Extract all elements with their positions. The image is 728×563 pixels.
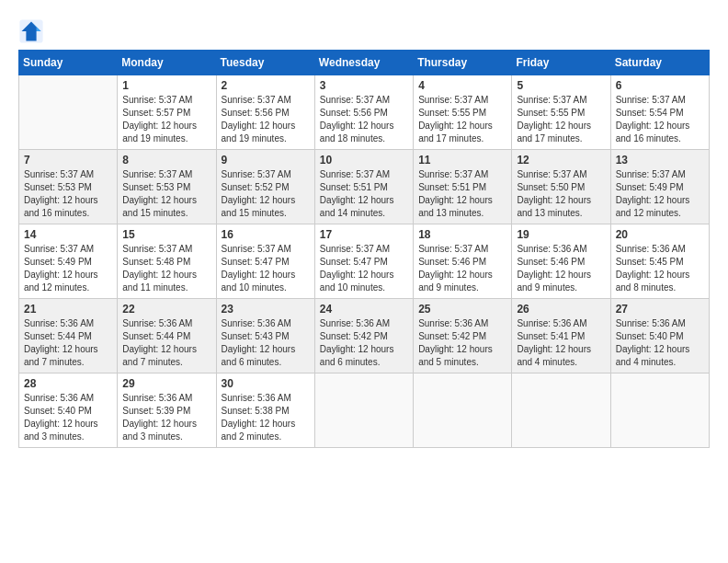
calendar-cell <box>610 373 709 448</box>
calendar-cell: 27Sunrise: 5:36 AM Sunset: 5:40 PM Dayli… <box>610 299 709 373</box>
day-info: Sunrise: 5:37 AM Sunset: 5:49 PM Dayligh… <box>24 243 112 294</box>
calendar-cell: 21Sunrise: 5:36 AM Sunset: 5:44 PM Dayli… <box>19 299 118 373</box>
calendar-cell: 22Sunrise: 5:36 AM Sunset: 5:44 PM Dayli… <box>118 299 216 373</box>
day-number: 11 <box>418 154 506 167</box>
calendar-week-row: 28Sunrise: 5:36 AM Sunset: 5:40 PM Dayli… <box>19 373 710 448</box>
day-info: Sunrise: 5:37 AM Sunset: 5:46 PM Dayligh… <box>418 243 506 294</box>
calendar-cell: 9Sunrise: 5:37 AM Sunset: 5:52 PM Daylig… <box>216 150 314 224</box>
day-info: Sunrise: 5:36 AM Sunset: 5:44 PM Dayligh… <box>24 317 112 369</box>
calendar-cell: 3Sunrise: 5:37 AM Sunset: 5:56 PM Daylig… <box>314 75 413 150</box>
calendar-cell: 11Sunrise: 5:37 AM Sunset: 5:51 PM Dayli… <box>414 150 512 224</box>
day-number: 27 <box>616 303 704 316</box>
day-info: Sunrise: 5:37 AM Sunset: 5:53 PM Dayligh… <box>122 168 210 220</box>
calendar-cell: 20Sunrise: 5:36 AM Sunset: 5:45 PM Dayli… <box>610 224 709 299</box>
day-info: Sunrise: 5:36 AM Sunset: 5:40 PM Dayligh… <box>616 317 704 369</box>
calendar-cell: 30Sunrise: 5:36 AM Sunset: 5:38 PM Dayli… <box>216 373 314 448</box>
day-info: Sunrise: 5:37 AM Sunset: 5:48 PM Dayligh… <box>122 243 210 294</box>
day-number: 21 <box>24 303 112 316</box>
day-number: 4 <box>418 79 506 92</box>
day-number: 26 <box>517 303 605 316</box>
day-number: 17 <box>320 228 408 241</box>
calendar-cell: 16Sunrise: 5:37 AM Sunset: 5:47 PM Dayli… <box>216 224 314 299</box>
day-info: Sunrise: 5:36 AM Sunset: 5:42 PM Dayligh… <box>320 317 408 369</box>
weekday-header-monday: Monday <box>118 51 216 75</box>
calendar-cell: 7Sunrise: 5:37 AM Sunset: 5:53 PM Daylig… <box>19 150 118 224</box>
calendar-cell: 17Sunrise: 5:37 AM Sunset: 5:47 PM Dayli… <box>314 224 413 299</box>
day-info: Sunrise: 5:36 AM Sunset: 5:42 PM Dayligh… <box>418 317 506 369</box>
day-info: Sunrise: 5:37 AM Sunset: 5:57 PM Dayligh… <box>122 94 210 145</box>
day-info: Sunrise: 5:37 AM Sunset: 5:51 PM Dayligh… <box>320 168 408 220</box>
calendar-table: SundayMondayTuesdayWednesdayThursdayFrid… <box>18 50 710 448</box>
calendar-week-row: 14Sunrise: 5:37 AM Sunset: 5:49 PM Dayli… <box>19 224 710 299</box>
day-info: Sunrise: 5:36 AM Sunset: 5:43 PM Dayligh… <box>222 317 310 369</box>
day-number: 1 <box>122 79 210 92</box>
calendar-cell <box>512 373 610 448</box>
calendar-cell: 25Sunrise: 5:36 AM Sunset: 5:42 PM Dayli… <box>414 299 512 373</box>
calendar-week-row: 7Sunrise: 5:37 AM Sunset: 5:53 PM Daylig… <box>19 150 710 224</box>
day-number: 12 <box>517 154 605 167</box>
day-number: 29 <box>122 377 210 390</box>
day-number: 24 <box>320 303 408 316</box>
day-number: 16 <box>222 228 310 241</box>
day-info: Sunrise: 5:37 AM Sunset: 5:56 PM Dayligh… <box>320 94 408 145</box>
calendar-cell: 18Sunrise: 5:37 AM Sunset: 5:46 PM Dayli… <box>414 224 512 299</box>
day-number: 25 <box>418 303 506 316</box>
calendar-cell: 24Sunrise: 5:36 AM Sunset: 5:42 PM Dayli… <box>314 299 413 373</box>
day-number: 18 <box>418 228 506 241</box>
day-number: 22 <box>122 303 210 316</box>
day-info: Sunrise: 5:36 AM Sunset: 5:39 PM Dayligh… <box>122 392 210 443</box>
day-number: 30 <box>222 377 310 390</box>
day-info: Sunrise: 5:36 AM Sunset: 5:38 PM Dayligh… <box>222 392 310 443</box>
calendar-week-row: 21Sunrise: 5:36 AM Sunset: 5:44 PM Dayli… <box>19 299 710 373</box>
day-number: 19 <box>517 228 605 241</box>
weekday-header-sunday: Sunday <box>19 51 118 75</box>
weekday-header-friday: Friday <box>512 51 610 75</box>
calendar-cell <box>19 75 118 150</box>
day-info: Sunrise: 5:36 AM Sunset: 5:46 PM Dayligh… <box>517 243 605 294</box>
calendar-cell: 29Sunrise: 5:36 AM Sunset: 5:39 PM Dayli… <box>118 373 216 448</box>
calendar-cell: 28Sunrise: 5:36 AM Sunset: 5:40 PM Dayli… <box>19 373 118 448</box>
calendar-cell: 14Sunrise: 5:37 AM Sunset: 5:49 PM Dayli… <box>19 224 118 299</box>
day-number: 10 <box>320 154 408 167</box>
day-info: Sunrise: 5:36 AM Sunset: 5:45 PM Dayligh… <box>616 243 704 294</box>
weekday-header-tuesday: Tuesday <box>216 51 314 75</box>
day-info: Sunrise: 5:36 AM Sunset: 5:40 PM Dayligh… <box>24 392 112 443</box>
day-info: Sunrise: 5:37 AM Sunset: 5:52 PM Dayligh… <box>222 168 310 220</box>
calendar-cell: 19Sunrise: 5:36 AM Sunset: 5:46 PM Dayli… <box>512 224 610 299</box>
weekday-header-row: SundayMondayTuesdayWednesdayThursdayFrid… <box>19 51 710 75</box>
calendar-cell: 6Sunrise: 5:37 AM Sunset: 5:54 PM Daylig… <box>610 75 709 150</box>
day-info: Sunrise: 5:36 AM Sunset: 5:41 PM Dayligh… <box>517 317 605 369</box>
logo <box>18 18 46 44</box>
day-number: 15 <box>122 228 210 241</box>
calendar-cell: 23Sunrise: 5:36 AM Sunset: 5:43 PM Dayli… <box>216 299 314 373</box>
calendar-cell: 2Sunrise: 5:37 AM Sunset: 5:56 PM Daylig… <box>216 75 314 150</box>
day-info: Sunrise: 5:36 AM Sunset: 5:44 PM Dayligh… <box>122 317 210 369</box>
logo-icon <box>18 18 44 44</box>
day-number: 14 <box>24 228 112 241</box>
day-info: Sunrise: 5:37 AM Sunset: 5:56 PM Dayligh… <box>222 94 310 145</box>
day-info: Sunrise: 5:37 AM Sunset: 5:47 PM Dayligh… <box>320 243 408 294</box>
calendar-cell: 5Sunrise: 5:37 AM Sunset: 5:55 PM Daylig… <box>512 75 610 150</box>
weekday-header-saturday: Saturday <box>610 51 709 75</box>
day-info: Sunrise: 5:37 AM Sunset: 5:47 PM Dayligh… <box>222 243 310 294</box>
day-number: 5 <box>517 79 605 92</box>
weekday-header-wednesday: Wednesday <box>314 51 413 75</box>
day-info: Sunrise: 5:37 AM Sunset: 5:50 PM Dayligh… <box>517 168 605 220</box>
day-info: Sunrise: 5:37 AM Sunset: 5:53 PM Dayligh… <box>24 168 112 220</box>
day-number: 20 <box>616 228 704 241</box>
calendar-cell: 15Sunrise: 5:37 AM Sunset: 5:48 PM Dayli… <box>118 224 216 299</box>
calendar-cell: 10Sunrise: 5:37 AM Sunset: 5:51 PM Dayli… <box>314 150 413 224</box>
day-info: Sunrise: 5:37 AM Sunset: 5:51 PM Dayligh… <box>418 168 506 220</box>
calendar-cell: 26Sunrise: 5:36 AM Sunset: 5:41 PM Dayli… <box>512 299 610 373</box>
calendar-cell: 13Sunrise: 5:37 AM Sunset: 5:49 PM Dayli… <box>610 150 709 224</box>
day-info: Sunrise: 5:37 AM Sunset: 5:55 PM Dayligh… <box>517 94 605 145</box>
calendar-cell: 4Sunrise: 5:37 AM Sunset: 5:55 PM Daylig… <box>414 75 512 150</box>
day-number: 2 <box>222 79 310 92</box>
day-info: Sunrise: 5:37 AM Sunset: 5:54 PM Dayligh… <box>616 94 704 145</box>
day-number: 6 <box>616 79 704 92</box>
day-number: 3 <box>320 79 408 92</box>
calendar-cell: 12Sunrise: 5:37 AM Sunset: 5:50 PM Dayli… <box>512 150 610 224</box>
day-number: 13 <box>616 154 704 167</box>
day-number: 23 <box>222 303 310 316</box>
calendar-week-row: 1Sunrise: 5:37 AM Sunset: 5:57 PM Daylig… <box>19 75 710 150</box>
